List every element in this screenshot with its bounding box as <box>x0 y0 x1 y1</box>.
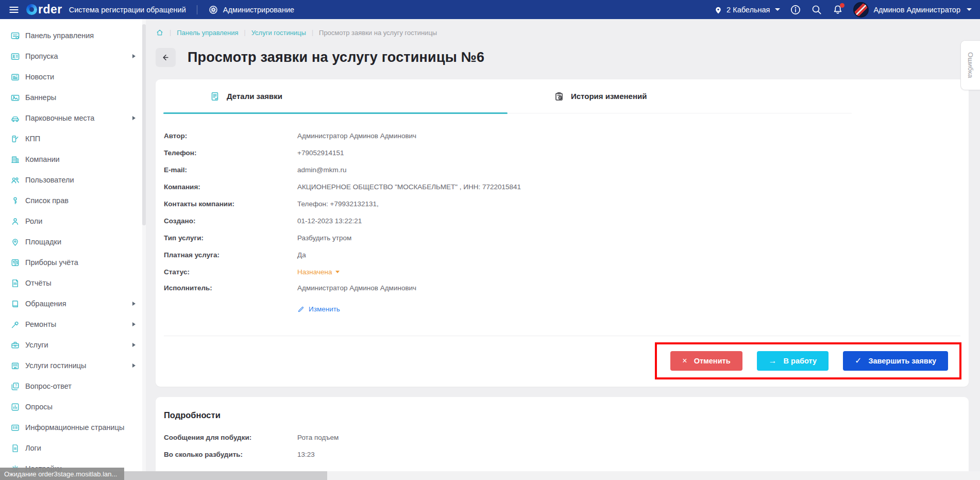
news-icon <box>10 72 20 82</box>
field-row: Исполнитель:Администратор Админов Админо… <box>164 284 969 294</box>
sidebar-item-20[interactable]: Информационные страницы <box>0 417 146 438</box>
sidebar-item-3[interactable]: Новости <box>0 67 146 87</box>
cancel-button[interactable]: ×Отменить <box>670 351 742 371</box>
user-name: Админов Администратор <box>873 6 960 14</box>
field-label: E-mail: <box>164 166 297 174</box>
sidebar-item-label: Парковочные места <box>25 114 94 122</box>
user-menu[interactable]: Админов Администратор <box>853 2 972 18</box>
breadcrumb-link-dashboard[interactable]: Панель управления <box>177 29 238 37</box>
app-logo: rder <box>26 3 62 16</box>
sidebar-item-label: Услуги гостиницы <box>25 361 86 370</box>
sidebar-item-12[interactable]: Приборы учёта <box>0 252 146 273</box>
sidebar-item-5[interactable]: Парковочные места <box>0 108 146 128</box>
sidebar-item-16[interactable]: Услуги <box>0 335 146 355</box>
main-content: | Панель управления | Услуги гостиницы |… <box>146 19 980 480</box>
sidebar-item-label: КПП <box>25 135 40 143</box>
button-label: Отменить <box>694 357 731 365</box>
field-label: Статус: <box>164 268 297 276</box>
banner-icon <box>10 93 20 103</box>
sidebar-item-18[interactable]: ?Вопрос-ответ <box>0 376 146 396</box>
sidebar-item-11[interactable]: Площадки <box>0 231 146 252</box>
chevron-right-icon <box>132 343 136 347</box>
request-fields: Автор:Администратор Админов АдминовичТел… <box>156 113 969 294</box>
tabs: Детали заявкиИстория изменений <box>163 79 852 113</box>
chevron-down-icon <box>967 8 972 11</box>
button-label: Завершить заявку <box>868 357 936 365</box>
sidebar-item-4[interactable]: Баннеры <box>0 87 146 108</box>
field-label: Исполнитель: <box>164 284 297 292</box>
search-icon[interactable] <box>811 4 822 15</box>
info-icon[interactable] <box>790 4 801 15</box>
field-label: Контакты компании: <box>164 200 297 208</box>
sidebar-item-1[interactable]: Панель управления <box>0 25 146 46</box>
tab-label: Детали заявки <box>227 92 282 101</box>
field-label: Компания: <box>164 183 297 191</box>
chevron-right-icon <box>132 54 136 58</box>
field-value: admin@mkm.ru <box>297 166 346 174</box>
parking-icon <box>10 113 20 123</box>
sidebar-item-15[interactable]: Ремонты <box>0 314 146 335</box>
browser-status-tooltip: Ожидание order3stage.mositlab.lan... <box>0 468 124 480</box>
logs-icon <box>10 443 20 453</box>
sidebar-item-2[interactable]: Пропуска <box>0 46 146 67</box>
admin-badge-icon <box>208 5 218 15</box>
tab-details[interactable]: Детали заявки <box>163 79 508 113</box>
sidebar-item-10[interactable]: Роли <box>0 211 146 231</box>
sidebar-item-label: Вопрос-ответ <box>25 382 72 390</box>
sidebar-item-17[interactable]: Услуги гостиницы <box>0 355 146 376</box>
faq-icon: ? <box>10 382 20 391</box>
field-value: 01-12-2023 13:22:21 <box>297 217 362 225</box>
notifications-bell-icon[interactable] <box>832 4 843 15</box>
error-report-tab[interactable]: Ошибка <box>960 40 980 90</box>
sidebar-scrollbar-thumb[interactable] <box>142 24 146 225</box>
sidebar-item-label: Компании <box>25 155 60 163</box>
sidebar-item-9[interactable]: Список прав <box>0 190 146 211</box>
history-tab-icon <box>554 91 564 102</box>
location-selector[interactable]: 2 Кабельная <box>714 5 780 14</box>
sidebar-item-label: Панель управления <box>25 31 94 40</box>
sidebar-item-7[interactable]: Компании <box>0 149 146 170</box>
field-value: Администратор Админов Админович <box>297 284 416 292</box>
sidebar-item-8[interactable]: Пользователи <box>0 170 146 190</box>
sites-icon <box>10 237 20 247</box>
status-dropdown[interactable]: Назначена <box>297 268 340 276</box>
request-details-card: Детали заявкиИстория изменений Автор:Адм… <box>156 79 969 387</box>
admin-section-link[interactable]: Администрирование <box>208 5 294 15</box>
tab-history[interactable]: История изменений <box>508 79 852 113</box>
field-row: Статус:Назначена <box>164 268 969 278</box>
chevron-right-icon <box>132 322 136 326</box>
breadcrumb-separator: | <box>170 29 171 36</box>
sidebar-item-14[interactable]: Обращения <box>0 293 146 314</box>
repairs-icon <box>10 320 20 329</box>
field-value: Рота подъем <box>297 434 339 441</box>
field-row: Телефон:+79052914151 <box>164 149 969 159</box>
admin-section-label: Администрирование <box>223 6 294 14</box>
home-icon[interactable] <box>156 28 164 37</box>
back-button[interactable] <box>156 48 176 67</box>
services-icon <box>10 340 20 350</box>
sidebar-item-label: Роли <box>25 217 42 225</box>
page-title: Просмотр заявки на услугу гостиницы №6 <box>188 49 484 65</box>
button-label: В работу <box>784 357 817 365</box>
check-icon: ✓ <box>855 357 861 365</box>
chevron-right-icon <box>132 116 136 120</box>
sidebar-item-19[interactable]: Опросы <box>0 396 146 417</box>
field-label: Телефон: <box>164 149 297 157</box>
sidebar-item-21[interactable]: Логи <box>0 438 146 458</box>
breadcrumb-link-hotel-services[interactable]: Услуги гостиницы <box>251 29 306 37</box>
sidebar-item-13[interactable]: Отчёты <box>0 273 146 293</box>
sidebar-item-label: Ремонты <box>25 320 56 328</box>
change-executor-label: Изменить <box>309 305 340 313</box>
logo-text: rder <box>38 3 62 16</box>
sidebar-item-label: Обращения <box>25 300 66 308</box>
location-pin-icon <box>714 5 723 14</box>
sidebar-item-label: Информационные страницы <box>25 423 124 432</box>
sidebar-item-6[interactable]: КПП <box>0 128 146 149</box>
breadcrumb-separator: | <box>244 29 246 36</box>
x-icon: × <box>682 357 687 365</box>
change-executor-link[interactable]: Изменить <box>297 305 340 313</box>
complete-button[interactable]: ✓Завершить заявку <box>843 351 948 371</box>
hamburger-menu-icon[interactable] <box>8 4 20 15</box>
field-row: Контакты компании:Телефон: +79932132131, <box>164 200 969 210</box>
to-work-button[interactable]: →В работу <box>757 351 829 371</box>
